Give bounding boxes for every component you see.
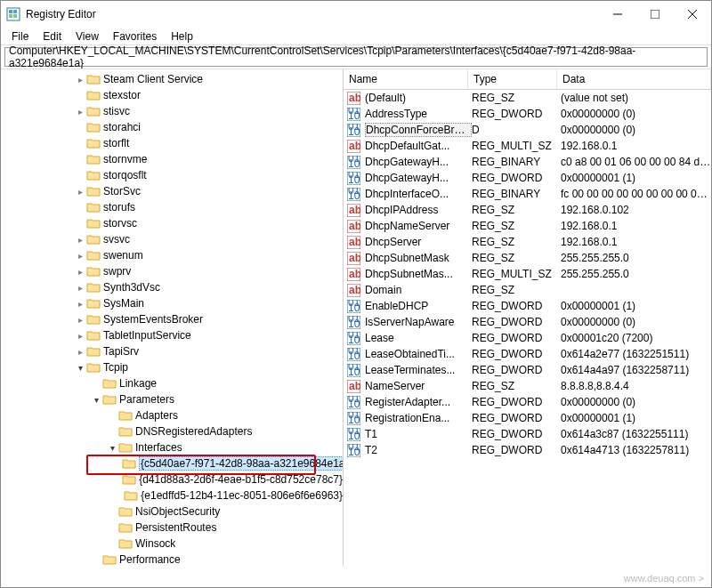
chevron-icon[interactable]: ▸ — [74, 331, 86, 341]
value-row[interactable]: abDhcpIPAddressREG_SZ192.168.0.102 — [344, 202, 711, 218]
col-type[interactable]: Type — [468, 69, 557, 89]
tree-item[interactable]: stexstor — [1, 87, 343, 103]
tree-label: Steam Client Service — [103, 73, 203, 85]
value-row[interactable]: abDhcpNameServerREG_SZ192.168.0.1 — [344, 218, 711, 234]
value-row[interactable]: 011100DhcpGatewayH...REG_DWORD0x00000001… — [344, 170, 711, 186]
svg-text:100: 100 — [348, 173, 360, 185]
tree-item[interactable]: ▸svsvc — [1, 231, 343, 247]
value-row[interactable]: abNameServerREG_SZ8.8.8.8,8.8.4.4 — [344, 378, 711, 394]
svg-text:ab: ab — [349, 380, 360, 392]
tree-label: Winsock — [135, 537, 175, 550]
value-row[interactable]: 011100DhcpGatewayH...REG_BINARYc0 a8 00 … — [344, 154, 711, 170]
value-row[interactable]: 011100RegisterAdapter...REG_DWORD0x00000… — [344, 394, 711, 410]
tree-item[interactable]: storflt — [1, 135, 343, 151]
chevron-icon[interactable]: ▸ — [74, 347, 86, 357]
minimize-button[interactable] — [599, 2, 636, 27]
tree-item[interactable]: ▸SysMain — [1, 295, 343, 311]
chevron-icon[interactable]: ▾ — [74, 363, 86, 373]
window-title: Registry Editor — [26, 8, 96, 20]
svg-rect-6 — [651, 10, 659, 19]
tree-item[interactable]: Winsock — [1, 536, 343, 552]
value-name: IsServerNapAware — [365, 316, 472, 328]
value-row[interactable]: 011100DhcpInterfaceO...REG_BINARYfc 00 0… — [344, 186, 711, 202]
tree-item[interactable]: {d41d88a3-2d6f-4eae-b1f5-c8d752ce78c7} — [1, 471, 343, 487]
tree-item[interactable]: ▸Synth3dVsc — [1, 279, 343, 295]
value-row[interactable]: abDhcpDefaultGat...REG_MULTI_SZ192.168.0… — [344, 138, 711, 154]
value-row[interactable]: 011100LeaseTerminates...REG_DWORD0x614a4… — [344, 362, 711, 378]
tree-item[interactable]: ▾Parameters — [1, 391, 343, 407]
values-pane[interactable]: Name Type Data ab(Default)REG_SZ(value n… — [344, 69, 711, 567]
address-bar[interactable]: Computer\HKEY_LOCAL_MACHINE\SYSTEM\Curre… — [4, 47, 708, 67]
value-row[interactable]: 011100T2REG_DWORD0x614a4713 (1632257811) — [344, 442, 711, 458]
value-row[interactable]: abDomainREG_SZ — [344, 282, 711, 298]
tree-item[interactable]: {c5d40ae7-f971-42d8-98aa-a321e9684e1a} — [1, 455, 343, 471]
chevron-icon[interactable]: ▸ — [74, 283, 86, 293]
chevron-icon[interactable]: ▸ — [74, 235, 86, 245]
tree-label: Synth3dVsc — [103, 281, 160, 294]
tree-item[interactable]: ▾Interfaces — [1, 439, 343, 455]
tree-item[interactable]: ▸stisvc — [1, 103, 343, 119]
close-button[interactable] — [674, 2, 711, 27]
tree-item[interactable]: ▸StorSvc — [1, 183, 343, 199]
tree-label: stisvc — [103, 105, 130, 117]
tree-item[interactable]: storvsc — [1, 215, 343, 231]
svg-text:100: 100 — [348, 446, 360, 457]
value-row[interactable]: 011100IsServerNapAwareREG_DWORD0x0000000… — [344, 314, 711, 330]
tree-item[interactable]: storufs — [1, 199, 343, 215]
tree-item[interactable]: ▸swenum — [1, 247, 343, 263]
tree-item[interactable]: PersistentRoutes — [1, 520, 343, 536]
menu-help[interactable]: Help — [164, 28, 200, 44]
value-row[interactable]: 011100RegistrationEna...REG_DWORD0x00000… — [344, 410, 711, 426]
tree-item[interactable]: ▸SystemEventsBroker — [1, 311, 343, 327]
chevron-icon[interactable]: ▸ — [74, 75, 86, 85]
tree-item[interactable]: Performance — [1, 552, 343, 567]
tree-item[interactable]: storqosflt — [1, 167, 343, 183]
chevron-icon[interactable]: ▸ — [74, 267, 86, 277]
chevron-icon[interactable]: ▾ — [106, 443, 118, 453]
folder-icon — [86, 73, 101, 85]
tree-item[interactable]: {e1edffd5-12b4-11ec-8051-806e6f6e6963} — [1, 487, 343, 503]
binary-icon: 011100 — [347, 396, 361, 409]
tree-item[interactable]: ▾Tcpip — [1, 359, 343, 375]
col-name[interactable]: Name — [344, 69, 468, 89]
value-type: REG_SZ — [472, 236, 561, 248]
value-name: LeaseTerminates... — [365, 364, 472, 376]
value-row[interactable]: 011100AddressTypeREG_DWORD0x00000000 (0) — [344, 106, 711, 122]
tree-item[interactable]: Linkage — [1, 375, 343, 391]
chevron-icon[interactable]: ▸ — [74, 187, 86, 197]
value-row[interactable]: 011100EnableDHCPREG_DWORD0x00000001 (1) — [344, 298, 711, 314]
tree-item[interactable]: ▸TapiSrv — [1, 343, 343, 359]
value-row[interactable]: 011100LeaseObtainedTi...REG_DWORD0x614a2… — [344, 346, 711, 362]
value-row[interactable]: 011100LeaseREG_DWORD0x00001c20 (7200) — [344, 330, 711, 346]
value-row[interactable]: 011100DhcpConnForceBroadcastFlagD0x00000… — [344, 122, 711, 138]
value-row[interactable]: abDhcpSubnetMaskREG_SZ255.255.255.0 — [344, 250, 711, 266]
chevron-icon[interactable]: ▸ — [74, 299, 86, 309]
tree-item[interactable]: ▸swprv — [1, 263, 343, 279]
tree-item[interactable]: ▸Steam Client Service — [1, 71, 343, 87]
value-row[interactable]: ab(Default)REG_SZ(value not set) — [344, 90, 711, 106]
value-type: REG_DWORD — [472, 396, 561, 408]
value-row[interactable]: abDhcpServerREG_SZ192.168.0.1 — [344, 234, 711, 250]
value-row[interactable]: abDhcpSubnetMas...REG_MULTI_SZ255.255.25… — [344, 266, 711, 282]
chevron-icon[interactable]: ▾ — [90, 395, 102, 405]
tree-item[interactable]: storahci — [1, 119, 343, 135]
tree-pane[interactable]: ▸Steam Client Servicestexstor▸stisvcstor… — [1, 69, 344, 567]
tree-item[interactable]: NsiObjectSecurity — [1, 503, 343, 520]
chevron-icon[interactable]: ▸ — [74, 315, 86, 325]
maximize-button[interactable] — [636, 2, 674, 27]
chevron-icon[interactable]: ▸ — [74, 251, 86, 261]
chevron-icon[interactable]: ▸ — [74, 107, 86, 117]
value-row[interactable]: 011100T1REG_DWORD0x614a3c87 (1632255111) — [344, 426, 711, 442]
col-data[interactable]: Data — [557, 69, 711, 89]
tree-item[interactable]: stornvme — [1, 151, 343, 167]
tree-label: storqosflt — [103, 169, 147, 181]
menu-file[interactable]: File — [4, 28, 36, 44]
tree-label: Interfaces — [135, 441, 182, 454]
tree-item[interactable]: Adapters — [1, 407, 343, 423]
menu-edit[interactable]: Edit — [36, 28, 69, 44]
menu-view[interactable]: View — [69, 28, 106, 44]
menu-favorites[interactable]: Favorites — [106, 28, 164, 44]
tree-item[interactable]: ▸TabletInputService — [1, 327, 343, 343]
tree-item[interactable]: DNSRegisteredAdapters — [1, 423, 343, 439]
value-name: DhcpInterfaceO... — [365, 188, 472, 200]
